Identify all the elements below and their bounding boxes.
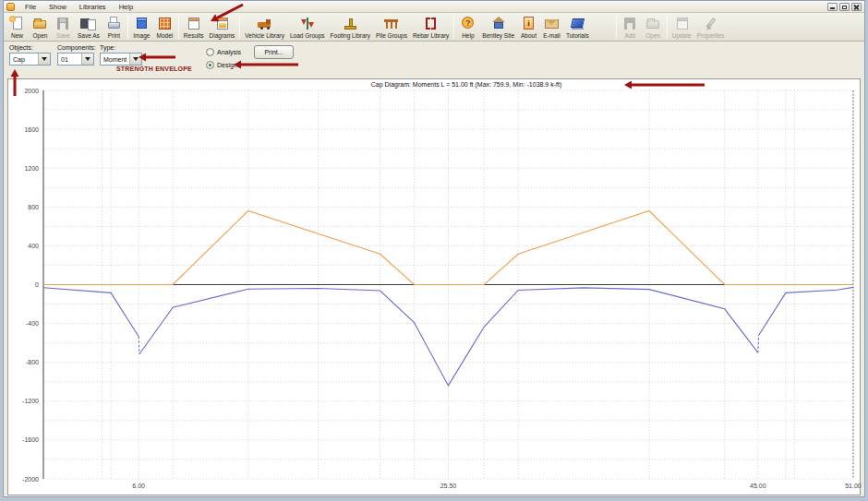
diagrams-icon	[213, 16, 231, 31]
toolbar-button-model[interactable]: Model	[153, 14, 176, 41]
add-icon	[621, 16, 639, 31]
toolbar-button-rebar-library[interactable]: Rebar Library	[410, 14, 452, 41]
open2-icon	[645, 16, 662, 31]
radio-analysis-dot	[206, 48, 214, 56]
minimize-button[interactable]	[827, 3, 838, 11]
dropdown-arrow-icon[interactable]	[81, 54, 93, 65]
toolbar-button-label: Image	[133, 32, 150, 39]
svg-text:400: 400	[28, 243, 39, 249]
components-value: 01	[58, 56, 81, 63]
svg-text:-400: -400	[26, 320, 39, 327]
close-button[interactable]	[851, 3, 862, 11]
negative-moment-envelope	[758, 335, 759, 352]
toolbar-button-bentley-site[interactable]: Bentley Site	[479, 14, 517, 41]
rebar-icon	[422, 16, 440, 31]
objects-select[interactable]: Cap	[9, 53, 51, 66]
radio-design[interactable]: Design	[206, 61, 237, 69]
toolbar-button-label: Help	[462, 32, 474, 39]
toolbar-button-label: Diagrams	[210, 32, 235, 39]
restore-button[interactable]	[839, 3, 850, 11]
toolbar-separator	[667, 16, 668, 39]
type-select[interactable]: Moment	[100, 53, 142, 66]
toolbar-button-label: Pile Groups	[376, 32, 407, 39]
toolbar-button-diagrams[interactable]: Diagrams	[207, 14, 238, 41]
menu-libraries[interactable]: Libraries	[73, 1, 113, 13]
print-button[interactable]: Print...	[254, 45, 294, 59]
model-icon	[156, 16, 174, 31]
toolbar-button-label: Vehicle Library	[245, 32, 284, 39]
radio-design-dot	[206, 61, 214, 69]
toolbar-button-label: E-mail	[543, 32, 560, 39]
svg-text:-1600: -1600	[22, 436, 39, 443]
toolbar-button-label: Add	[624, 32, 635, 39]
toolbar-button-vehicle-library[interactable]: Vehicle Library	[242, 14, 287, 41]
menu-file[interactable]: File	[18, 1, 42, 13]
toolbar-button-help[interactable]: Help	[456, 14, 479, 41]
toolbar-button-label: Results	[184, 32, 204, 39]
toolbar-button-update: Update	[669, 14, 694, 41]
chart-panel: Cap Diagram: Moments L = 51.00 ft (Max: …	[7, 78, 861, 495]
bentley-icon	[489, 16, 507, 31]
email-icon	[543, 16, 561, 31]
dropdown-arrow-icon[interactable]	[129, 54, 141, 65]
toolbar-button-pile-groups[interactable]: Pile Groups	[373, 14, 410, 41]
toolbar-button-label: Save	[56, 32, 70, 39]
type-value: Moment	[101, 56, 129, 63]
toolbar-button-label: About	[521, 32, 536, 39]
svg-text:51.00: 51.00	[845, 483, 862, 489]
window-controls	[827, 3, 864, 11]
toolbar-button-new[interactable]: New	[6, 14, 29, 41]
footing-icon	[342, 16, 359, 31]
toolbar-button-footing-library[interactable]: Footing Library	[328, 14, 373, 41]
toolbar-button-label: Rebar Library	[413, 32, 449, 39]
dropdown-arrow-icon[interactable]	[38, 54, 50, 65]
objects-value: Cap	[10, 56, 38, 63]
svg-text:6.00: 6.00	[132, 483, 145, 489]
loadgroups-icon	[298, 16, 316, 31]
type-label: Type:	[100, 44, 115, 51]
menu-help[interactable]: Help	[113, 1, 139, 13]
pilegroups-icon	[382, 16, 400, 31]
svg-text:-800: -800	[26, 359, 39, 365]
toolbar-button-label: Tutorials	[566, 32, 589, 39]
toolbar-button-label: Update	[672, 32, 692, 39]
negative-moment-envelope	[759, 287, 853, 335]
menu-show[interactable]: Show	[42, 1, 73, 13]
toolbar-button-results[interactable]: Results	[181, 14, 207, 41]
toolbar-separator	[453, 16, 454, 39]
application-window: FileShowLibrariesHelp NewOpenSaveSave As…	[3, 0, 865, 497]
toolbar-button-open: Open	[642, 14, 665, 41]
toolbar-button-about[interactable]: About	[517, 14, 540, 41]
toolbar-button-save: Save	[52, 14, 75, 41]
toolbar-button-label: Load Groups	[290, 32, 325, 39]
toolbar-button-label: Bentley Site	[482, 32, 514, 39]
results-icon	[185, 16, 202, 31]
toolbar-button-open[interactable]: Open	[29, 14, 52, 41]
toolbar-button-image[interactable]: Image	[130, 14, 153, 41]
svg-text:-1200: -1200	[22, 398, 39, 404]
components-label: Components:	[57, 44, 96, 51]
toolbar-button-print[interactable]: Print	[102, 14, 126, 41]
moment-diagram-plot: 2000160012008004000-400-800-1200-1600-20…	[8, 79, 862, 496]
save-icon	[54, 16, 72, 31]
toolbar-button-label: Model	[157, 32, 174, 39]
components-select[interactable]: 01	[57, 53, 94, 66]
app-icon	[6, 3, 15, 11]
toolbar-button-tutorials[interactable]: Tutorials	[563, 14, 592, 41]
about-icon	[520, 16, 537, 31]
tutorials-icon	[569, 16, 586, 31]
restore-icon	[842, 6, 847, 9]
help-icon	[459, 16, 476, 31]
toolbar-button-e-mail[interactable]: E-mail	[540, 14, 563, 41]
toolbar-separator	[178, 16, 179, 39]
toolbar-separator	[616, 16, 617, 39]
svg-text:-2000: -2000	[22, 476, 39, 483]
toolbar: NewOpenSaveSave AsPrintImageModelResults…	[4, 13, 864, 42]
toolbar-button-label: Print	[108, 32, 120, 39]
toolbar-button-save-as[interactable]: Save As	[75, 14, 102, 41]
toolbar-button-load-groups[interactable]: Load Groups	[287, 14, 328, 41]
vehicle-icon	[256, 16, 273, 31]
radio-analysis[interactable]: Analysis	[206, 48, 241, 56]
print-icon	[105, 16, 123, 31]
toolbar-separator	[239, 16, 240, 39]
